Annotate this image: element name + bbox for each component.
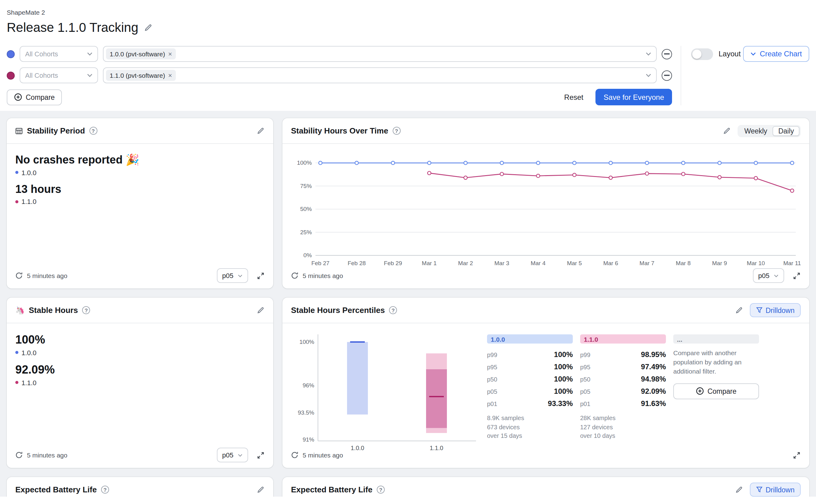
percentile-row: p50100% [487,373,573,385]
expand-icon[interactable] [257,272,265,280]
page-header: ShapeMate 2 Release 1.1.0 Tracking [0,0,816,40]
edit-card-pencil-icon[interactable] [723,127,731,135]
drilldown-button[interactable]: Drilldown [750,303,801,317]
drilldown-button[interactable]: Drilldown [750,483,801,497]
series-color-dot-pink [7,71,15,79]
remove-filter-row-icon[interactable] [662,70,672,81]
filter-actions: Compare Reset Save for Everyone [7,89,672,105]
percentile-select[interactable]: p05 [216,448,248,462]
help-icon[interactable]: ? [82,306,90,314]
percentile-row: p0191.63% [580,397,666,410]
population-combobox[interactable]: 1.0.0 (pvt-software) × [103,46,657,62]
series-dot [15,381,18,384]
svg-text:25%: 25% [300,229,312,235]
card-title: Stability Hours Over Time ? [291,126,400,135]
help-icon[interactable]: ? [89,127,97,135]
metric-value: 92.09% [15,363,265,377]
edit-card-pencil-icon[interactable] [735,306,743,314]
percentile-row: p95100% [487,361,573,373]
edit-card-pencil-icon[interactable] [257,486,265,494]
svg-text:93.5%: 93.5% [298,409,314,416]
percentile-select[interactable]: p05 [216,268,248,283]
compare-note: Compare with another population by addin… [673,348,759,376]
series-color-dot-blue [7,50,15,58]
series-dot [15,171,18,174]
help-icon[interactable]: ? [377,486,385,494]
refresh-icon [291,272,298,279]
stable-hours-percentiles-card: Stable Hours Percentiles ? Drilldown 100… [282,298,809,468]
expand-icon[interactable] [793,272,801,280]
save-for-everyone-button[interactable]: Save for Everyone [596,89,672,105]
percentile-row: p0592.09% [580,385,666,397]
percentile-column: 1.1.0p9998.95%p9597.49%p5094.98%p0592.09… [580,334,666,441]
cohort-select[interactable]: All Cohorts [20,67,98,83]
help-icon[interactable]: ? [101,486,109,494]
filter-bar: All Cohorts 1.0.0 (pvt-software) × All C… [0,40,816,111]
help-icon[interactable]: ? [389,306,397,314]
daily-tab[interactable]: Daily [773,126,799,136]
percentile-select[interactable]: p05 [753,268,784,283]
filter-rows: All Cohorts 1.0.0 (pvt-software) × All C… [7,46,681,105]
layout-mode-toggle[interactable] [691,48,713,60]
card-title: Expected Battery Life ? [291,485,385,494]
cohort-select[interactable]: All Cohorts [20,46,98,62]
population-combobox[interactable]: 1.1.0 (pvt-software) × [103,67,657,83]
refresh-icon [15,451,23,459]
percentile-column-header: ... [673,334,759,344]
stability-period-card: Stability Period ? No crashes reported 🎉… [7,118,273,288]
percentile-table: 1.0.0p99100%p95100%p50100%p05100%p0193.3… [487,334,759,441]
percentile-row: p9998.95% [580,348,666,361]
chevron-down-icon [238,453,242,457]
filter-row-1: All Cohorts 1.0.0 (pvt-software) × [7,46,672,62]
chevron-down-icon [87,52,92,56]
metric-series-label: 1.0.0 [15,169,265,176]
help-icon[interactable]: ? [392,127,400,135]
app-window: ShapeMate 2 Release 1.1.0 Tracking All C… [0,0,816,504]
reset-button[interactable]: Reset [564,93,584,101]
edit-card-pencil-icon[interactable] [257,306,265,314]
card-title: Expected Battery Life ? [15,485,109,494]
plus-circle-icon [14,93,22,101]
chip-close-icon[interactable]: × [168,51,172,57]
stability-hours-over-time-card: Stability Hours Over Time ? Weekly Daily… [282,118,809,288]
last-updated-text: 5 minutes ago [303,451,343,459]
edit-title-pencil-icon[interactable] [144,23,152,32]
metric-value: 13 hours [15,182,265,196]
card-title: Stable Hours Percentiles ? [291,306,397,315]
metric-value: 100% [15,333,265,347]
chevron-down-icon [751,52,756,56]
svg-text:100%: 100% [299,339,314,345]
percentile-row: p5094.98% [580,373,666,385]
percentile-column-header: 1.0.0 [487,334,573,344]
table-compare-button[interactable]: Compare [673,383,759,399]
breadcrumb: ShapeMate 2 [7,9,809,16]
svg-text:50%: 50% [300,206,312,212]
edit-card-pencil-icon[interactable] [257,127,265,135]
expand-icon[interactable] [793,451,801,459]
add-compare-button[interactable]: Compare [7,89,62,105]
metric-series-label: 1.1.0 [15,198,265,205]
last-updated-text: 5 minutes ago [27,272,67,279]
edit-card-pencil-icon[interactable] [735,486,743,494]
metric-series-label: 1.0.0 [15,349,265,356]
funnel-icon [756,486,762,493]
stable-hours-card: 🦄 Stable Hours ? 100% 1.0.0 92.09% [7,298,273,468]
weekly-tab[interactable]: Weekly [739,126,773,136]
stability-line-chart: 100%75%50%25%0%Feb 27Feb 28Feb 29Mar 1Ma… [291,151,801,271]
page-title: Release 1.1.0 Tracking [7,20,138,35]
expand-icon[interactable] [257,451,265,459]
metric-value: No crashes reported 🎉 [15,153,265,167]
card-title: Stability Period ? [15,126,97,135]
chevron-down-icon [238,274,242,277]
remove-filter-row-icon[interactable] [662,49,672,59]
percentiles-box-chart: 100%96%93.5%91%1.0.01.1.0 [291,328,485,454]
create-chart-button[interactable]: Create Chart [743,46,809,62]
last-updated-text: 5 minutes ago [303,272,343,279]
percentile-row: p0193.33% [487,397,573,410]
percentile-row: p99100% [487,348,573,361]
granularity-segmented-control: Weekly Daily [738,125,801,137]
svg-text:75%: 75% [300,183,312,189]
unicorn-emoji-icon: 🦄 [15,306,24,314]
plus-circle-icon [696,387,704,395]
chip-close-icon[interactable]: × [168,72,172,79]
